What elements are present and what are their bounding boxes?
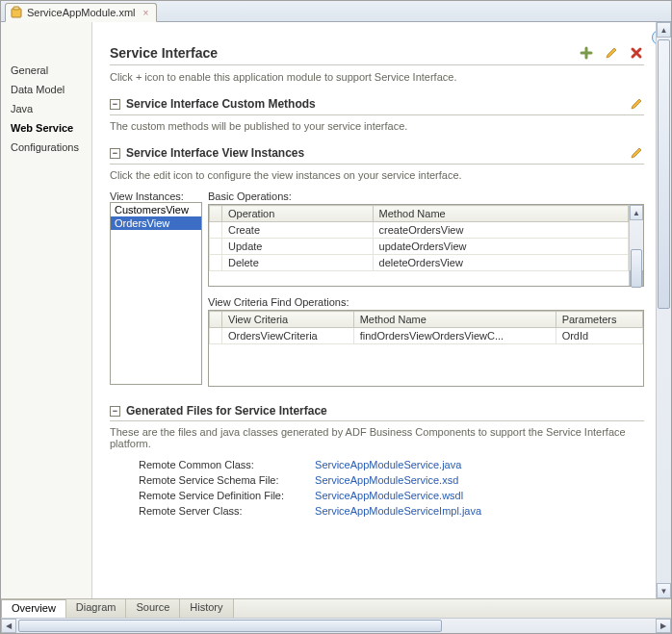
scroll-up-icon[interactable]: ▲ — [630, 205, 643, 220]
col-method[interactable]: Method Name — [353, 312, 556, 328]
scroll-left-icon[interactable]: ◀ — [1, 619, 16, 633]
scroll-up-icon[interactable]: ▲ — [657, 22, 671, 38]
scroll-thumb[interactable] — [658, 39, 670, 309]
col-method[interactable]: Method Name — [373, 206, 628, 222]
nav-java[interactable]: Java — [1, 99, 91, 118]
edit-icon[interactable] — [629, 96, 644, 112]
file-link[interactable]: ServiceAppModuleServiceImpl.java — [315, 505, 481, 517]
page-desc: Click + icon to enable this application … — [110, 71, 644, 83]
page-title: Service Interface — [110, 45, 579, 61]
nav-web-service[interactable]: Web Service — [1, 118, 91, 138]
col-operation[interactable]: Operation — [222, 206, 374, 222]
file-tab-label: ServiceAppModule.xml — [27, 7, 136, 18]
tab-source[interactable]: Source — [126, 599, 180, 618]
collapse-icon[interactable]: − — [110, 406, 120, 417]
close-icon[interactable]: × — [143, 8, 149, 18]
divider — [110, 64, 644, 65]
divider — [110, 164, 644, 165]
table-row[interactable]: OrdersViewCriteria findOrdersViewOrdersV… — [210, 328, 643, 344]
editor-pane: ? Service Interface Click + icon to e — [92, 22, 671, 598]
file-link[interactable]: ServiceAppModuleService.java — [315, 459, 461, 470]
horizontal-scrollbar[interactable]: ◀ ▶ — [1, 618, 671, 633]
nav-configurations[interactable]: Configurations — [1, 138, 91, 157]
col-view-criteria[interactable]: View Criteria — [222, 312, 354, 328]
basic-ops-grid[interactable]: Operation Method Name Create createOrder… — [208, 204, 644, 287]
scroll-thumb[interactable] — [18, 620, 442, 632]
divider — [110, 114, 644, 115]
file-link[interactable]: ServiceAppModuleService.xsd — [315, 474, 458, 486]
table-row[interactable]: Create createOrdersView — [210, 222, 643, 239]
criteria-grid[interactable]: View Criteria Method Name Parameters Ord… — [208, 310, 644, 387]
tab-history[interactable]: History — [180, 599, 233, 618]
file-tab[interactable]: ServiceAppModule.xml × — [5, 3, 157, 22]
appmodule-icon — [10, 6, 23, 19]
criteria-ops-label: View Criteria Find Operations: — [208, 296, 644, 308]
nav-data-model[interactable]: Data Model — [1, 80, 91, 99]
editor-tab-strip: ServiceAppModule.xml × — [1, 1, 671, 22]
file-label: Remote Service Schema File: — [139, 474, 312, 486]
view-instances-label: View Instances: — [110, 190, 202, 202]
scroll-right-icon[interactable]: ▶ — [656, 619, 671, 633]
col-parameters[interactable]: Parameters — [556, 312, 642, 328]
delete-icon[interactable] — [629, 45, 644, 61]
left-nav: General Data Model Java Web Service Conf… — [1, 22, 92, 598]
custom-methods-desc: The custom methods will be published to … — [110, 120, 644, 132]
list-item[interactable]: CustomersView — [111, 203, 201, 216]
scroll-down-icon[interactable]: ▼ — [657, 583, 671, 598]
list-item[interactable]: OrdersView — [111, 216, 201, 230]
file-label: Remote Service Definition File: — [139, 490, 312, 501]
view-instances-list[interactable]: CustomersView OrdersView — [110, 202, 202, 385]
scroll-thumb[interactable] — [631, 249, 642, 288]
grid-scrollbar[interactable]: ▲ ▼ — [629, 205, 643, 286]
view-instances-title: Service Interface View Instances — [126, 146, 304, 160]
add-icon[interactable] — [579, 45, 594, 61]
main-scrollbar[interactable]: ▲ ▼ — [656, 22, 671, 598]
collapse-icon[interactable]: − — [110, 99, 120, 110]
gen-files-title: Generated Files for Service Interface — [126, 404, 327, 418]
divider — [110, 420, 644, 421]
gen-files-desc: These are the files and java classes gen… — [110, 426, 644, 449]
nav-general[interactable]: General — [1, 61, 91, 80]
tab-overview[interactable]: Overview — [1, 599, 66, 618]
edit-icon[interactable] — [629, 145, 644, 161]
tab-diagram[interactable]: Diagram — [66, 599, 127, 618]
bottom-tab-strip: Overview Diagram Source History — [1, 598, 671, 618]
edit-icon[interactable] — [604, 45, 619, 61]
basic-ops-label: Basic Operations: — [208, 190, 644, 202]
table-row[interactable]: Update updateOrdersView — [210, 239, 643, 255]
file-label: Remote Common Class: — [139, 459, 312, 470]
file-label: Remote Server Class: — [139, 505, 312, 517]
svg-rect-1 — [13, 7, 19, 10]
view-instances-desc: Click the edit icon to configure the vie… — [110, 169, 644, 181]
file-link[interactable]: ServiceAppModuleService.wsdl — [315, 490, 463, 501]
collapse-icon[interactable]: − — [110, 148, 120, 159]
table-row[interactable]: Delete deleteOrdersView — [210, 255, 643, 271]
custom-methods-title: Service Interface Custom Methods — [126, 97, 316, 111]
